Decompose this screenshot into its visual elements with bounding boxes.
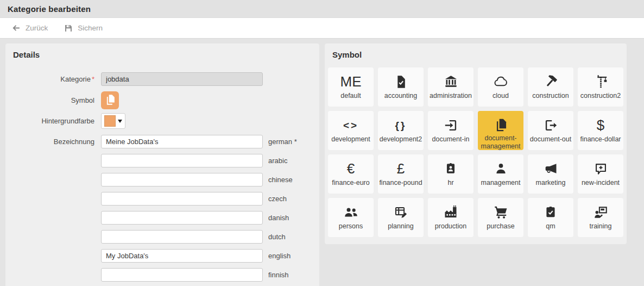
purchase-icon — [493, 203, 508, 221]
development-icon: <> — [343, 116, 358, 134]
designation-row: chinese — [5, 173, 293, 186]
symbol-tile-label: marketing — [536, 179, 566, 186]
language-label: arabic — [268, 157, 287, 165]
symbol-tile-finance-dollar[interactable]: $finance-dollar — [578, 111, 623, 150]
background-color-label: Hintergrundfarbe — [5, 117, 101, 125]
symbol-panel-title: Symbol — [325, 43, 627, 59]
symbol-tile-label: default — [340, 92, 361, 100]
symbol-tile-label: development2 — [380, 135, 422, 143]
save-button-label: Sichern — [78, 24, 103, 32]
back-arrow-icon — [11, 23, 21, 33]
finance-euro-icon: € — [347, 160, 355, 177]
symbol-tile-document-management[interactable]: document-management — [478, 111, 523, 150]
symbol-tile-finance-pound[interactable]: £finance-pound — [378, 154, 424, 194]
save-floppy-icon — [64, 24, 73, 33]
language-label: german * — [268, 138, 297, 146]
selected-symbol-preview[interactable] — [101, 91, 119, 109]
symbol-tile-label: purchase — [487, 222, 514, 230]
accounting-icon — [394, 73, 408, 90]
designation-input-german[interactable] — [101, 135, 263, 148]
designation-input-finnish[interactable] — [101, 268, 263, 282]
symbol-tile-label: production — [435, 222, 466, 230]
development2-icon: {} — [395, 116, 407, 134]
language-label: finnish — [268, 271, 289, 279]
symbol-tile-production[interactable]: production — [428, 198, 473, 237]
production-icon — [443, 203, 458, 221]
designation-input-dutch[interactable] — [101, 230, 263, 244]
symbol-tile-label: development — [331, 135, 370, 143]
category-label: Kategorie* — [5, 75, 101, 83]
symbol-tile-finance-euro[interactable]: €finance-euro — [328, 154, 374, 194]
symbol-tile-label: persons — [339, 222, 363, 230]
document-management-icon — [494, 116, 508, 133]
new-incident-icon — [594, 160, 608, 177]
management-icon — [494, 160, 508, 177]
symbol-tile-label: document-in — [432, 135, 470, 143]
designation-row: czech — [5, 192, 287, 206]
back-button[interactable]: Zurück — [11, 23, 48, 33]
administration-icon — [444, 73, 458, 90]
symbol-tile-document-in[interactable]: document-in — [428, 111, 473, 150]
document-management-icon — [104, 94, 116, 107]
symbol-panel: Symbol MEdefaultaccountingadministration… — [325, 43, 627, 244]
qm-icon — [544, 203, 558, 221]
symbol-tile-hr[interactable]: hr — [428, 154, 473, 194]
language-label: czech — [268, 195, 287, 203]
symbol-tile-development2[interactable]: {}development2 — [378, 111, 424, 150]
app-window: Kategorie bearbeiten Zurück Sichern Deta… — [0, 0, 644, 286]
symbol-tile-new-incident[interactable]: new-incident — [578, 154, 623, 194]
symbol-tile-management[interactable]: management — [478, 154, 523, 194]
language-label: english — [268, 252, 291, 260]
symbol-tile-construction[interactable]: construction — [528, 67, 573, 107]
symbol-tile-default[interactable]: MEdefault — [328, 67, 374, 107]
language-label: chinese — [268, 176, 293, 184]
document-out-icon — [544, 116, 558, 134]
planning-icon — [394, 203, 408, 221]
designation-input-danish[interactable] — [101, 211, 263, 225]
symbol-tile-label: qm — [546, 222, 555, 230]
designation-input-arabic[interactable] — [101, 154, 263, 167]
designation-input-chinese[interactable] — [101, 173, 263, 186]
symbol-tile-planning[interactable]: planning — [378, 198, 424, 237]
symbol-tile-label: cloud — [493, 92, 509, 100]
save-button[interactable]: Sichern — [64, 24, 103, 33]
symbol-tile-document-out[interactable]: document-out — [528, 111, 573, 150]
designation-input-czech[interactable] — [101, 192, 263, 206]
finance-pound-icon: £ — [397, 160, 405, 177]
symbol-tile-purchase[interactable]: purchase — [478, 198, 523, 237]
symbol-tile-administration[interactable]: administration — [428, 67, 473, 107]
symbol-tile-marketing[interactable]: marketing — [528, 154, 573, 194]
symbol-tile-construction2[interactable]: construction2 — [578, 67, 623, 107]
dropdown-caret-icon — [118, 120, 122, 123]
category-input — [101, 72, 263, 86]
toolbar: Zurück Sichern — [0, 18, 644, 39]
details-panel: Details Kategorie* Symbol Hintergrundfar… — [5, 43, 319, 286]
background-color-picker[interactable] — [101, 113, 125, 129]
symbol-tile-label: finance-euro — [332, 179, 370, 186]
required-asterisk: * — [92, 75, 94, 83]
designation-input-english[interactable] — [101, 249, 263, 263]
designation-row: finnish — [5, 268, 289, 282]
symbol-tile-persons[interactable]: persons — [328, 198, 374, 237]
background-color-row: Hintergrundfarbe — [5, 113, 125, 129]
symbol-tile-development[interactable]: <>development — [328, 111, 374, 150]
symbol-tile-label: construction2 — [580, 92, 621, 100]
symbol-tile-cloud[interactable]: cloud — [478, 67, 523, 107]
designation-row: arabic — [5, 154, 287, 167]
page-title: Kategorie bearbeiten — [8, 4, 91, 14]
symbol-tile-training[interactable]: training — [578, 198, 623, 237]
symbol-tile-label: finance-dollar — [580, 135, 621, 143]
symbol-tile-label: document-out — [530, 135, 571, 143]
designation-row: dutch — [5, 230, 286, 244]
symbol-tile-label: training — [590, 222, 612, 230]
back-button-label: Zurück — [26, 24, 48, 32]
language-label: dutch — [268, 233, 286, 241]
symbol-tile-label: hr — [447, 179, 453, 186]
designation-label: Bezeichnung — [5, 138, 101, 146]
finance-dollar-icon: $ — [597, 116, 604, 134]
symbol-tile-label: finance-pound — [379, 179, 422, 186]
symbol-tile-accounting[interactable]: accounting — [378, 67, 424, 107]
symbol-tile-qm[interactable]: qm — [528, 198, 573, 237]
symbol-tile-label: new-incident — [582, 179, 620, 186]
title-bar: Kategorie bearbeiten — [0, 0, 644, 18]
